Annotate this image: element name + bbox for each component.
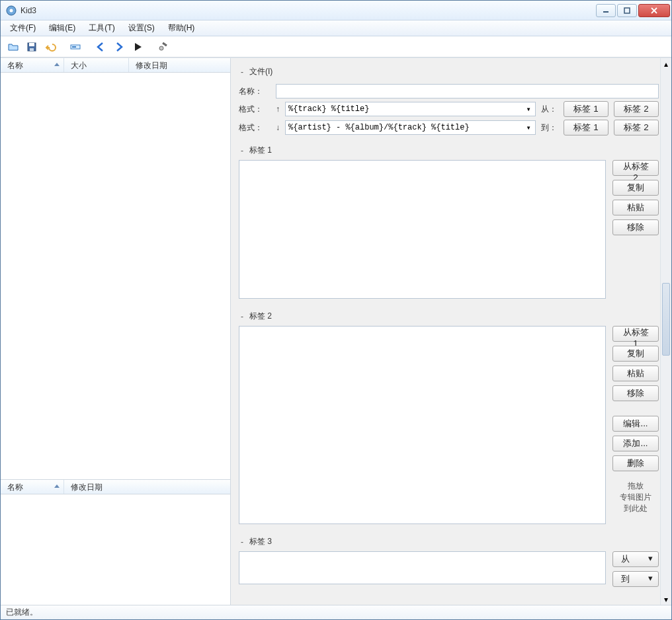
dir-list-panel: 名称 修改日期 [1,479,230,605]
undo-icon[interactable] [42,38,59,56]
tag1-box[interactable] [239,160,606,299]
col-mtime[interactable]: 修改日期 [129,58,230,72]
album-art-dropzone[interactable]: 拖放 专辑图片 到此处 [612,475,659,514]
from-tag2-button[interactable]: 从标签 2 [612,160,659,176]
format-up-row: 格式： ↑ %{track} %{title} ▾ 从： 标签 1 标签 2 [239,101,659,117]
paste-button[interactable]: 粘贴 [612,200,659,215]
menu-file[interactable]: 文件(F) [3,20,42,36]
collapse-icon[interactable]: - [239,146,245,155]
collapse-icon[interactable]: - [239,67,245,77]
right-scroll[interactable]: - 文件(I) 名称： 格式： ↑ %{track} %{title} ▾ 从：… [231,58,660,605]
copy-button[interactable]: 复制 [612,180,659,196]
svg-point-11 [159,46,163,50]
menu-edit[interactable]: 编辑(E) [42,20,82,36]
collapse-icon[interactable]: - [239,312,245,321]
remove-button[interactable]: 移除 [612,385,659,401]
svg-rect-7 [29,43,34,46]
chevron-down-icon[interactable]: ▾ [523,122,534,133]
open-icon[interactable] [5,38,22,56]
rename-icon[interactable] [67,38,84,56]
format-down-row: 格式： ↓ %{artist} - %{album}/%{track} %{ti… [239,120,659,136]
file-section-title: 文件(I) [249,66,273,77]
status-text: 已就绪。 [6,607,38,618]
tag3-title: 标签 3 [249,536,272,547]
scroll-thumb[interactable] [662,283,670,356]
dir-list-body[interactable] [1,494,230,605]
col-name[interactable]: 名称 [1,58,64,72]
statusbar: 已就绪。 [1,605,671,619]
tag1-header: - 标签 1 [239,142,659,160]
svg-rect-10 [72,46,76,48]
menubar: 文件(F) 编辑(E) 工具(T) 设置(S) 帮助(H) [1,20,671,36]
menu-tools[interactable]: 工具(T) [82,20,121,36]
format-label-down: 格式： [239,122,271,134]
collapse-icon[interactable]: - [239,537,245,547]
tag1-wrap: 从标签 2 复制 粘贴 移除 [239,160,659,299]
to-label: 到： [541,122,558,134]
maximize-button[interactable] [617,4,637,17]
app-window: Kid3 文件(F) 编辑(E) 工具(T) 设置(S) 帮助(H) [0,0,672,620]
edit-button[interactable]: 编辑... [612,416,659,432]
scroll-up-icon[interactable]: ▴ [661,58,671,69]
arrow-down-icon: ↓ [276,123,280,132]
menu-help[interactable]: 帮助(H) [161,20,202,36]
paste-button[interactable]: 粘贴 [612,366,659,381]
copy-button[interactable]: 复制 [612,346,659,362]
minimize-button[interactable] [596,4,616,17]
from-label: 从： [541,104,558,115]
delete-button[interactable]: 删除 [612,455,659,471]
next-icon[interactable] [110,38,128,56]
col-name-2[interactable]: 名称 [1,480,64,494]
play-icon[interactable] [129,38,146,56]
tag3-buttons: 从▾ 到▾ [612,551,659,587]
format-down-value: %{artist} - %{album}/%{track} %{title} [288,123,470,132]
arrow-up-icon: ↑ [276,104,280,114]
remove-button[interactable]: 移除 [612,219,659,235]
client-area: 名称 大小 修改日期 名称 修改日期 - 文件(I) [1,58,671,605]
file-list-panel: 名称 大小 修改日期 [1,58,230,479]
tag2-box[interactable] [239,326,606,524]
tag2-wrap: 从标签 1 复制 粘贴 移除 编辑... 添加... 删除 拖放 专辑图片 到此… [239,326,659,524]
window-buttons [595,4,670,17]
from-dropdown-button[interactable]: 从▾ [612,551,659,567]
name-row: 名称： [239,84,659,98]
settings-icon[interactable] [154,38,171,56]
window-title: Kid3 [21,6,595,15]
left-column: 名称 大小 修改日期 名称 修改日期 [1,58,231,605]
save-icon[interactable] [23,38,40,56]
tag3-box[interactable] [239,551,606,584]
add-button[interactable]: 添加... [612,436,659,451]
chevron-down-icon[interactable]: ▾ [523,104,534,114]
format-up-combo[interactable]: %{track} %{title} ▾ [285,102,536,116]
close-button[interactable] [638,4,670,17]
from-tag2-button[interactable]: 标签 2 [614,101,659,117]
name-input[interactable] [276,84,659,98]
vertical-scrollbar[interactable]: ▴ ▾ [660,58,671,605]
tag3-header: - 标签 3 [239,533,659,551]
tag2-header: - 标签 2 [239,308,659,326]
format-down-combo[interactable]: %{artist} - %{album}/%{track} %{title} ▾ [285,120,536,135]
tag2-buttons: 从标签 1 复制 粘贴 移除 编辑... 添加... 删除 拖放 专辑图片 到此… [612,326,659,524]
col-mtime-2[interactable]: 修改日期 [64,480,230,494]
file-list-headers: 名称 大小 修改日期 [1,58,230,73]
to-tag1-button[interactable]: 标签 1 [564,120,609,136]
col-size[interactable]: 大小 [64,58,129,72]
from-tag1-button[interactable]: 从标签 1 [612,326,659,342]
file-section-header: - 文件(I) [239,63,659,81]
svg-rect-3 [624,8,630,13]
to-tag2-button[interactable]: 标签 2 [614,120,659,136]
previous-icon[interactable] [92,38,109,56]
scroll-down-icon[interactable]: ▾ [661,594,671,605]
format-label-up: 格式： [239,104,271,115]
tag2-title: 标签 2 [249,311,272,322]
menu-settings[interactable]: 设置(S) [122,20,161,36]
tag1-title: 标签 1 [249,145,272,156]
tag3-wrap: 从▾ 到▾ [239,551,659,587]
file-list-body[interactable] [1,73,230,479]
dir-list-headers: 名称 修改日期 [1,480,230,494]
right-column: - 文件(I) 名称： 格式： ↑ %{track} %{title} ▾ 从：… [231,58,671,605]
titlebar: Kid3 [1,1,671,20]
from-tag1-button[interactable]: 标签 1 [564,101,609,117]
svg-rect-12 [163,42,167,46]
to-dropdown-button[interactable]: 到▾ [612,571,659,587]
